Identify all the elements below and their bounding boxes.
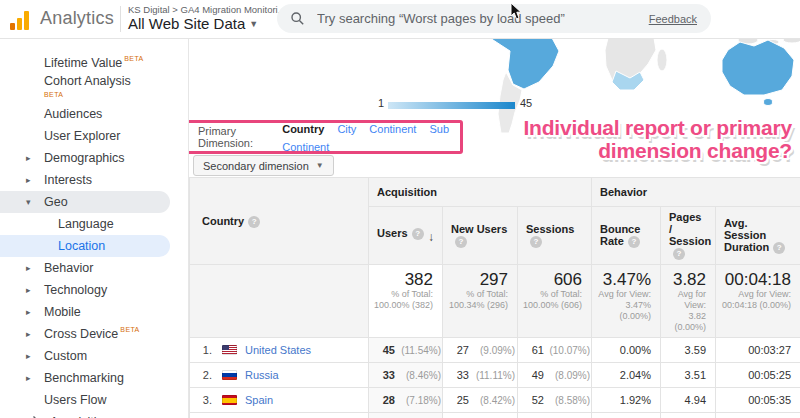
chevron-right-icon: ▸ bbox=[26, 351, 40, 361]
app-title: Analytics bbox=[40, 8, 114, 29]
secondary-dimension-button[interactable]: Secondary dimension ▼ bbox=[193, 155, 334, 176]
table-row[interactable]: 3. Spain 28(7.18%) 25(8.42%) 52(8.58%) 1… bbox=[190, 388, 800, 413]
summary-bounce-rate: 3.47% Avg for View: 3.47% (0.00%) bbox=[592, 265, 661, 338]
help-icon[interactable]: ? bbox=[248, 216, 260, 228]
sidebar-item-location[interactable]: Location bbox=[0, 235, 170, 257]
row-index: 1. bbox=[190, 344, 212, 356]
sidebar-item-user-explorer[interactable]: User Explorer bbox=[0, 125, 188, 147]
chevron-down-icon: ▼ bbox=[316, 161, 324, 170]
sidebar-item-label: Audiences bbox=[44, 107, 102, 121]
sidebar-item-interests[interactable]: ▸Interests bbox=[0, 169, 188, 191]
sidebar-item-label: Location bbox=[58, 239, 105, 253]
sidebar-item-label: Language bbox=[58, 217, 114, 231]
row-index: 2. bbox=[190, 369, 212, 381]
summary-pages-session: 3.82 Avg for View: 3.82 (0.00%) bbox=[661, 265, 716, 338]
help-icon[interactable]: ? bbox=[530, 236, 542, 248]
summary-empty-cell bbox=[190, 265, 369, 338]
country-flag-icon bbox=[222, 370, 237, 380]
sidebar-item-language[interactable]: Language bbox=[0, 213, 188, 235]
primary-dimension-label: Primary Dimension: bbox=[198, 125, 272, 149]
column-header-country[interactable]: Country? bbox=[190, 178, 369, 265]
app-header: Analytics KS Digital > GA4 Migration Mon… bbox=[0, 0, 800, 39]
sidebar-item-mobile[interactable]: ▸Mobile bbox=[0, 301, 188, 323]
sidebar-item-cohort-analysis[interactable]: Cohort AnalysisBETA bbox=[0, 74, 188, 103]
primary-dimension-city[interactable]: City bbox=[337, 123, 356, 135]
chevron-right-icon: ▸ bbox=[26, 329, 40, 339]
header-divider bbox=[120, 6, 121, 32]
sidebar-item-label: Users Flow bbox=[44, 393, 107, 407]
column-header-bounce-rate[interactable]: Bounce Rate? bbox=[592, 207, 661, 265]
summary-new-users: 297 % of Total: 100.34% (296) bbox=[443, 265, 518, 338]
beta-badge: BETA bbox=[124, 55, 143, 62]
sidebar-item-geo[interactable]: ▾Geo bbox=[0, 191, 170, 213]
breadcrumb[interactable]: KS Digital > GA4 Migration Monitori... bbox=[128, 4, 286, 15]
chevron-down-icon: ▾ bbox=[26, 197, 40, 207]
summary-sessions: 606 % of Total: 100.00% (606) bbox=[518, 265, 592, 338]
country-link[interactable]: Spain bbox=[245, 394, 273, 406]
help-icon[interactable]: ? bbox=[412, 228, 424, 240]
primary-dimension-bar: Primary Dimension: CountryCityContinentS… bbox=[186, 120, 463, 154]
sidebar-item-users-flow[interactable]: Users Flow bbox=[0, 389, 188, 411]
row-index: 3. bbox=[190, 394, 212, 406]
primary-dimension-continent[interactable]: Continent bbox=[369, 123, 416, 135]
sidebar-item-acquisition[interactable]: ▸Acquisition bbox=[0, 411, 188, 418]
sidebar-item-lifetime-value[interactable]: Lifetime ValueBETA bbox=[0, 52, 188, 74]
sidebar-item-label: Cohort Analysis bbox=[44, 74, 131, 88]
chevron-right-icon: ▸ bbox=[26, 285, 40, 295]
beta-badge: BETA bbox=[44, 88, 131, 101]
search-bar[interactable]: Try searching “Worst pages by load speed… bbox=[277, 4, 711, 33]
chevron-right-icon: ▸ bbox=[26, 263, 40, 273]
analytics-logo-icon[interactable] bbox=[10, 8, 34, 30]
column-header-pages-session[interactable]: Pages / Session? bbox=[661, 207, 716, 265]
sidebar-item-demographics[interactable]: ▸Demographics bbox=[0, 147, 188, 169]
table-row[interactable]: 1. United States 45(11.54%) 27(9.09%) 61… bbox=[190, 338, 800, 363]
property-selector[interactable]: All Web Site Data▼ bbox=[128, 15, 258, 32]
table-row[interactable]: 4. United Kingdom 28(7.18%) 22(7.41%) 51… bbox=[190, 413, 800, 418]
sidebar-item-label: Mobile bbox=[44, 305, 81, 319]
sidebar-item-label: Benchmarking bbox=[44, 371, 124, 385]
column-header-sessions[interactable]: Sessions? bbox=[518, 207, 592, 265]
map-color-legend bbox=[388, 102, 515, 109]
help-icon[interactable]: ? bbox=[673, 248, 685, 260]
sidebar-item-label: Demographics bbox=[44, 151, 125, 165]
sidebar-item-custom[interactable]: ▸Custom bbox=[0, 345, 188, 367]
sidebar-item-cross-device[interactable]: ▸Cross DeviceBETA bbox=[0, 323, 188, 345]
sidebar-item-label: Technology bbox=[44, 283, 107, 297]
country-link[interactable]: United States bbox=[245, 344, 311, 356]
chevron-right-icon: ▸ bbox=[26, 307, 40, 317]
search-input[interactable]: Try searching “Worst pages by load speed… bbox=[317, 11, 649, 26]
search-icon bbox=[291, 12, 304, 25]
sidebar-item-technology[interactable]: ▸Technology bbox=[0, 279, 188, 301]
column-header-users[interactable]: Users? ↓ bbox=[369, 207, 443, 265]
summary-row: 382 % of Total: 100.00% (382) 297 % of T… bbox=[190, 265, 800, 338]
sidebar-item-audiences[interactable]: Audiences bbox=[0, 103, 188, 125]
sidebar-item-label: User Explorer bbox=[44, 129, 120, 143]
country-link[interactable]: Russia bbox=[245, 369, 279, 381]
help-icon[interactable]: ? bbox=[773, 242, 785, 254]
sidebar-item-label: Interests bbox=[44, 173, 92, 187]
help-icon[interactable]: ? bbox=[455, 236, 467, 248]
sidebar-item-label: Custom bbox=[44, 349, 87, 363]
primary-dimension-country[interactable]: Country bbox=[282, 123, 324, 135]
sidebar-item-benchmarking[interactable]: ▸Benchmarking bbox=[0, 367, 188, 389]
column-header-new-users[interactable]: New Users? bbox=[443, 207, 518, 265]
sort-descending-icon[interactable]: ↓ bbox=[428, 230, 434, 244]
feedback-link[interactable]: Feedback bbox=[649, 13, 697, 25]
help-icon[interactable]: ? bbox=[628, 236, 640, 248]
legend-min-value: 1 bbox=[370, 97, 384, 109]
beta-badge: BETA bbox=[120, 326, 139, 333]
sidebar-item-label: Lifetime Value bbox=[44, 56, 122, 70]
chevron-right-icon: ▸ bbox=[26, 153, 40, 163]
country-flag-icon bbox=[222, 345, 237, 355]
table-body: 1. United States 45(11.54%) 27(9.09%) 61… bbox=[190, 338, 800, 418]
chevron-right-icon: ▸ bbox=[26, 175, 40, 185]
sidebar-item-label: Geo bbox=[44, 195, 68, 209]
sidebar-item-behavior[interactable]: ▸Behavior bbox=[0, 257, 188, 279]
column-header-avg-session-duration[interactable]: Avg. Session Duration? bbox=[716, 207, 800, 265]
country-flag-icon bbox=[222, 395, 237, 405]
sidebar-nav: Lifetime ValueBETACohort AnalysisBETAAud… bbox=[0, 38, 189, 418]
chevron-down-icon: ▼ bbox=[249, 19, 258, 29]
sidebar-item-label: Cross Device bbox=[44, 327, 118, 341]
chevron-right-icon: ▸ bbox=[26, 373, 40, 383]
table-row[interactable]: 2. Russia 33(8.46%) 33(11.11%) 49(8.09%)… bbox=[190, 363, 800, 388]
